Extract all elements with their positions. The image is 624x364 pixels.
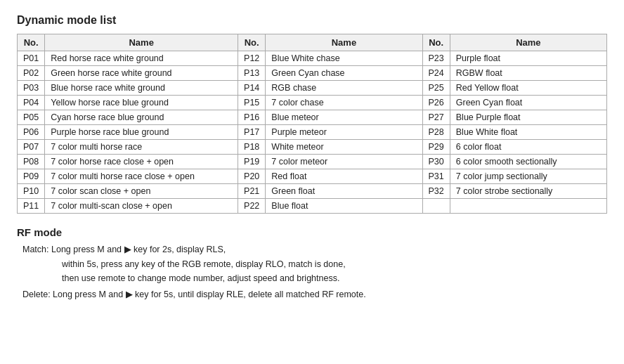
cell-name-5-0: Purple horse race blue ground [45, 125, 238, 140]
cell-name-8-0: 7 color multi horse race close + open [45, 169, 238, 184]
table-row: P03Blue horse race white groundP14RGB ch… [18, 81, 607, 96]
cell-name-4-2: Blue Purple float [450, 110, 606, 125]
rf-section: RF mode Match: Long press M and ▶ key fo… [17, 226, 607, 302]
cell-name-1-2: RGBW float [450, 66, 606, 81]
cell-name-1-1: Green Cyan chase [266, 66, 422, 81]
dynamic-mode-table: No. Name No. Name No. Name P01Red horse … [17, 34, 607, 214]
cell-no-9-2: P32 [422, 184, 450, 199]
table-row: P117 color multi-scan close + openP22Blu… [18, 199, 607, 214]
cell-no-1-2: P24 [422, 66, 450, 81]
col-header-name1: Name [45, 34, 238, 51]
cell-name-7-1: 7 color meteor [266, 155, 422, 169]
cell-no-0-0: P01 [18, 51, 45, 66]
cell-name-10-1: Blue float [266, 199, 422, 214]
table-row: P02Green horse race white groundP13Green… [18, 66, 607, 81]
cell-no-6-1: P18 [238, 140, 266, 155]
cell-no-8-1: P20 [238, 169, 266, 184]
cell-no-7-0: P08 [18, 155, 45, 169]
cell-name-6-0: 7 color multi horse race [45, 140, 238, 155]
table-row: P01Red horse race white groundP12Blue Wh… [18, 51, 607, 66]
cell-name-2-0: Blue horse race white ground [45, 81, 238, 96]
table-row: P107 color scan close + openP21Green flo… [18, 184, 607, 199]
cell-no-5-2: P28 [422, 125, 450, 140]
cell-no-5-1: P17 [238, 125, 266, 140]
cell-no-7-2: P30 [422, 155, 450, 169]
cell-no-3-0: P04 [18, 96, 45, 110]
cell-no-1-0: P02 [18, 66, 45, 81]
cell-no-2-0: P03 [18, 81, 45, 96]
cell-name-5-2: Blue White float [450, 125, 606, 140]
cell-name-0-2: Purple float [450, 51, 606, 66]
cell-name-5-1: Purple meteor [266, 125, 422, 140]
cell-no-10-2 [422, 199, 450, 214]
cell-no-4-2: P27 [422, 110, 450, 125]
cell-name-0-1: Blue White chase [266, 51, 422, 66]
cell-no-0-1: P12 [238, 51, 266, 66]
rf-section-title: RF mode [17, 226, 607, 238]
cell-no-0-2: P23 [422, 51, 450, 66]
cell-no-1-1: P13 [238, 66, 266, 81]
cell-name-9-2: 7 color strobe sectionally [450, 184, 606, 199]
cell-name-9-0: 7 color scan close + open [45, 184, 238, 199]
table-row: P04Yellow horse race blue groundP157 col… [18, 96, 607, 110]
cell-name-2-1: RGB chase [266, 81, 422, 96]
cell-no-6-2: P29 [422, 140, 450, 155]
cell-no-6-0: P07 [18, 140, 45, 155]
table-row: P05Cyan horse race blue groundP16Blue me… [18, 110, 607, 125]
page-title: Dynamic mode list [17, 14, 607, 27]
cell-no-4-1: P16 [238, 110, 266, 125]
cell-no-3-2: P26 [422, 96, 450, 110]
cell-no-4-0: P05 [18, 110, 45, 125]
cell-name-4-1: Blue meteor [266, 110, 422, 125]
cell-name-8-1: Red float [266, 169, 422, 184]
cell-name-7-2: 6 color smooth sectionally [450, 155, 606, 169]
cell-no-9-1: P21 [238, 184, 266, 199]
cell-no-3-1: P15 [238, 96, 266, 110]
cell-no-9-0: P10 [18, 184, 45, 199]
col-header-no3: No. [422, 34, 450, 51]
cell-no-8-2: P31 [422, 169, 450, 184]
cell-no-5-0: P06 [18, 125, 45, 140]
cell-name-3-1: 7 color chase [266, 96, 422, 110]
cell-no-2-1: P14 [238, 81, 266, 96]
cell-name-0-0: Red horse race white ground [45, 51, 238, 66]
rf-match-line: Match: Long press M and ▶ key for 2s, di… [22, 242, 607, 286]
cell-name-10-0: 7 color multi-scan close + open [45, 199, 238, 214]
cell-name-3-2: Green Cyan float [450, 96, 606, 110]
cell-name-9-1: Green float [266, 184, 422, 199]
table-row: P077 color multi horse raceP18White mete… [18, 140, 607, 155]
cell-no-7-1: P19 [238, 155, 266, 169]
cell-name-10-2 [450, 199, 606, 214]
table-row: P097 color multi horse race close + open… [18, 169, 607, 184]
table-row: P087 color horse race close + openP197 c… [18, 155, 607, 169]
cell-no-10-0: P11 [18, 199, 45, 214]
cell-no-2-2: P25 [422, 81, 450, 96]
col-header-name3: Name [450, 34, 606, 51]
cell-name-3-0: Yellow horse race blue ground [45, 96, 238, 110]
cell-no-10-1: P22 [238, 199, 266, 214]
cell-name-8-2: 7 color jump sectionally [450, 169, 606, 184]
cell-name-2-2: Red Yellow float [450, 81, 606, 96]
cell-name-1-0: Green horse race white ground [45, 66, 238, 81]
rf-section-content: Match: Long press M and ▶ key for 2s, di… [17, 242, 607, 302]
cell-name-4-0: Cyan horse race blue ground [45, 110, 238, 125]
table-row: P06Purple horse race blue groundP17Purpl… [18, 125, 607, 140]
col-header-name2: Name [266, 34, 422, 51]
cell-name-6-2: 6 color float [450, 140, 606, 155]
col-header-no1: No. [18, 34, 45, 51]
col-header-no2: No. [238, 34, 266, 51]
cell-name-7-0: 7 color horse race close + open [45, 155, 238, 169]
cell-no-8-0: P09 [18, 169, 45, 184]
cell-name-6-1: White meteor [266, 140, 422, 155]
rf-delete-line: Delete: Long press M and ▶ key for 5s, u… [22, 287, 607, 302]
